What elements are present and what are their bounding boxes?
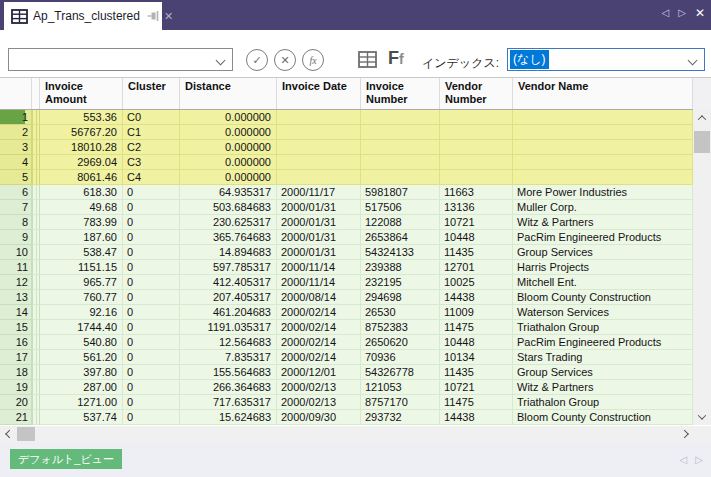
- cell-amount[interactable]: 397.80: [40, 365, 123, 380]
- cell-distance[interactable]: 15.624683: [180, 410, 277, 425]
- horizontal-scrollbar[interactable]: [0, 426, 693, 442]
- column-header-vendor_name[interactable]: Vendor Name: [513, 78, 693, 109]
- cell-amount[interactable]: 760.77: [40, 290, 123, 305]
- row-number[interactable]: 8: [0, 215, 32, 230]
- cell-invoice_number[interactable]: 121053: [361, 380, 440, 395]
- cell-amount[interactable]: 553.36: [40, 110, 123, 125]
- scroll-left-button[interactable]: [0, 426, 15, 442]
- cell-distance[interactable]: 0.000000: [180, 155, 277, 170]
- cell-vendor_name[interactable]: Triathalon Group: [513, 320, 693, 335]
- column-header-cluster[interactable]: Cluster: [123, 78, 180, 109]
- cell-amount[interactable]: 965.77: [40, 275, 123, 290]
- cell-date[interactable]: 2000/08/14: [277, 290, 361, 305]
- cell-distance[interactable]: 12.564683: [180, 335, 277, 350]
- cell-amount[interactable]: 187.60: [40, 230, 123, 245]
- cell-cluster[interactable]: 0: [123, 395, 180, 410]
- row-number[interactable]: 20: [0, 395, 32, 410]
- cell-invoice_number[interactable]: 232195: [361, 275, 440, 290]
- cell-vendor_name[interactable]: Mitchell Ent.: [513, 275, 693, 290]
- cell-cluster[interactable]: 0: [123, 350, 180, 365]
- cell-date[interactable]: 2000/02/13: [277, 380, 361, 395]
- cell-cluster[interactable]: 0: [123, 365, 180, 380]
- cell-date[interactable]: [277, 110, 361, 125]
- cell-amount[interactable]: 1744.40: [40, 320, 123, 335]
- cell-invoice_number[interactable]: [361, 155, 440, 170]
- cell-amount[interactable]: 287.00: [40, 380, 123, 395]
- cell-amount[interactable]: 618.30: [40, 185, 123, 200]
- cell-amount[interactable]: 18010.28: [40, 140, 123, 155]
- vertical-scroll-thumb[interactable]: [694, 131, 710, 153]
- cell-vendor_number[interactable]: 11435: [440, 365, 513, 380]
- cell-amount[interactable]: 783.99: [40, 215, 123, 230]
- row-number[interactable]: 7: [0, 200, 32, 215]
- cell-date[interactable]: 2000/01/31: [277, 200, 361, 215]
- cell-date[interactable]: [277, 170, 361, 185]
- cell-invoice_number[interactable]: 8757170: [361, 395, 440, 410]
- vertical-scrollbar[interactable]: [693, 110, 711, 425]
- cell-cluster[interactable]: C3: [123, 155, 180, 170]
- cell-cluster[interactable]: 0: [123, 275, 180, 290]
- cell-amount[interactable]: 49.68: [40, 200, 123, 215]
- row-number[interactable]: 2: [0, 125, 32, 140]
- row-number[interactable]: 16: [0, 335, 32, 350]
- cell-invoice_number[interactable]: [361, 125, 440, 140]
- cell-vendor_number[interactable]: [440, 155, 513, 170]
- cell-date[interactable]: [277, 155, 361, 170]
- cell-distance[interactable]: 155.564683: [180, 365, 277, 380]
- cell-vendor_name[interactable]: [513, 110, 693, 125]
- cell-distance[interactable]: 412.405317: [180, 275, 277, 290]
- cell-distance[interactable]: 0.000000: [180, 110, 277, 125]
- cell-distance[interactable]: 266.364683: [180, 380, 277, 395]
- cell-invoice_number[interactable]: 2653864: [361, 230, 440, 245]
- row-number[interactable]: 12: [0, 275, 32, 290]
- cell-vendor_name[interactable]: [513, 155, 693, 170]
- cell-vendor_name[interactable]: Stars Trading: [513, 350, 693, 365]
- cell-vendor_name[interactable]: [513, 170, 693, 185]
- pin-icon[interactable]: [147, 10, 160, 22]
- cell-date[interactable]: 2000/01/31: [277, 230, 361, 245]
- criteria-combobox[interactable]: [8, 48, 233, 71]
- cell-distance[interactable]: 207.405317: [180, 290, 277, 305]
- cell-vendor_name[interactable]: More Power Industries: [513, 185, 693, 200]
- cell-amount[interactable]: 56767.20: [40, 125, 123, 140]
- nav-back-icon[interactable]: ◁: [662, 8, 670, 18]
- field-view-icon[interactable]: [358, 51, 377, 68]
- font-settings-icon[interactable]: Ff: [388, 48, 404, 69]
- cell-date[interactable]: 2000/12/01: [277, 365, 361, 380]
- cell-vendor_number[interactable]: 11475: [440, 320, 513, 335]
- cell-vendor_number[interactable]: [440, 110, 513, 125]
- cell-cluster[interactable]: 0: [123, 320, 180, 335]
- cell-vendor_name[interactable]: Bloom County Construction: [513, 410, 693, 425]
- cell-vendor_number[interactable]: 10448: [440, 230, 513, 245]
- cell-distance[interactable]: 365.764683: [180, 230, 277, 245]
- cell-distance[interactable]: 64.935317: [180, 185, 277, 200]
- cell-invoice_number[interactable]: 54326778: [361, 365, 440, 380]
- cell-vendor_name[interactable]: Group Services: [513, 365, 693, 380]
- cell-invoice_number[interactable]: 517506: [361, 200, 440, 215]
- cell-invoice_number[interactable]: [361, 110, 440, 125]
- cell-vendor_number[interactable]: 14438: [440, 410, 513, 425]
- cell-distance[interactable]: 597.785317: [180, 260, 277, 275]
- cell-invoice_number[interactable]: 70936: [361, 350, 440, 365]
- cell-vendor_name[interactable]: Muller Corp.: [513, 200, 693, 215]
- scroll-down-button[interactable]: [693, 409, 711, 425]
- cell-date[interactable]: 2000/09/30: [277, 410, 361, 425]
- cell-invoice_number[interactable]: 26530: [361, 305, 440, 320]
- cell-vendor_number[interactable]: 10448: [440, 335, 513, 350]
- cell-date[interactable]: 2000/02/14: [277, 305, 361, 320]
- row-number[interactable]: 6: [0, 185, 32, 200]
- row-number[interactable]: 11: [0, 260, 32, 275]
- scroll-up-button[interactable]: [693, 110, 711, 126]
- cell-amount[interactable]: 92.16: [40, 305, 123, 320]
- nav-forward-icon[interactable]: ▷: [678, 8, 686, 18]
- cell-invoice_number[interactable]: 293732: [361, 410, 440, 425]
- column-header-vendor_number[interactable]: Vendor Number: [440, 78, 513, 109]
- cell-vendor_number[interactable]: 11663: [440, 185, 513, 200]
- cell-invoice_number[interactable]: [361, 140, 440, 155]
- view-back-icon[interactable]: ◁: [680, 455, 688, 465]
- cell-vendor_name[interactable]: Witz & Partners: [513, 380, 693, 395]
- cell-vendor_number[interactable]: 12701: [440, 260, 513, 275]
- cell-cluster[interactable]: C1: [123, 125, 180, 140]
- cell-invoice_number[interactable]: 5981807: [361, 185, 440, 200]
- index-combobox[interactable]: (なし): [507, 48, 705, 71]
